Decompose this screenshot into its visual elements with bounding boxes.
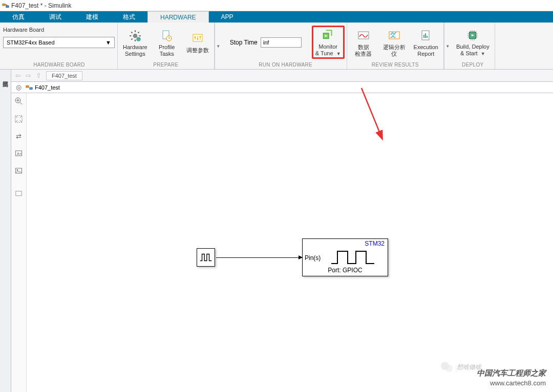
- watermark: 中国汽车工程师之家 www.cartech8.com: [477, 368, 546, 387]
- signal-wire[interactable]: [216, 257, 302, 258]
- svg-point-9: [199, 36, 201, 38]
- group-label-prepare: PREPARE: [120, 61, 212, 69]
- build-deploy-start-button[interactable]: Build, Deploy & Start ▼: [453, 26, 493, 58]
- group-label-run: RUN ON HARDWARE: [227, 61, 345, 69]
- tab-simulation[interactable]: 仿真: [0, 11, 37, 23]
- ribbon: Hardware Board STM32F4xx Based ▼ HARDWAR…: [0, 23, 553, 70]
- svg-rect-18: [26, 85, 29, 88]
- svg-rect-14: [423, 35, 424, 38]
- svg-text:A≡: A≡: [17, 152, 22, 156]
- execution-report-button[interactable]: Execution Report: [411, 27, 441, 58]
- nav-forward-icon[interactable]: ⇨: [24, 71, 33, 80]
- breadcrumb-model[interactable]: F407_test: [46, 71, 82, 80]
- menu-tabstrip: 仿真 调试 建模 格式 HARDWARE APP: [0, 11, 553, 23]
- block-title: STM32: [365, 240, 385, 247]
- canvas-body: ⇄ A≡: [11, 93, 553, 392]
- group-hardware-board: Hardware Board STM32F4xx Based ▼ HARDWAR…: [0, 23, 118, 69]
- svg-point-2: [133, 33, 138, 38]
- review-dropdown[interactable]: ▾: [444, 23, 451, 69]
- group-label-deploy: DEPLOY: [453, 61, 493, 69]
- svg-point-8: [197, 38, 198, 40]
- hardware-board-label: Hardware Board: [3, 27, 44, 33]
- titlebar: F407_test * - Simulink: [0, 0, 553, 11]
- watermark-url: www.cartech8.com: [477, 379, 546, 387]
- nav-back-icon[interactable]: ⇦: [13, 71, 23, 80]
- workspace: 模型浏览器 ⇦ ⇨ ⇧ F407_test ◎ F407_test: [0, 70, 553, 392]
- simulink-model-icon: [26, 84, 33, 91]
- svg-rect-12: [389, 32, 399, 39]
- pulse-generator-block[interactable]: [197, 248, 215, 267]
- logic-analyzer-button[interactable]: 逻辑分析 仪: [380, 27, 409, 58]
- report-icon: [419, 29, 433, 43]
- tab-hardware[interactable]: HARDWARE: [147, 11, 209, 23]
- group-label-hwboard: HARDWARE BOARD: [3, 61, 115, 69]
- image-icon[interactable]: [14, 166, 24, 176]
- scope-icon: [356, 29, 371, 43]
- block-pins-label: Pin(s): [305, 254, 321, 262]
- model-browser-tab[interactable]: 模型浏览器: [0, 70, 11, 392]
- watermark-zh: 中国汽车工程师之家: [477, 368, 546, 378]
- svg-point-29: [445, 365, 453, 372]
- chevron-down-icon: ▼: [336, 51, 341, 56]
- target-icon[interactable]: ◎: [13, 82, 24, 93]
- svg-line-27: [361, 88, 382, 138]
- group-prepare: Hardware Settings Profile Tasks 调整参数 PRE…: [118, 23, 215, 69]
- stop-time-row: Stop Time: [230, 37, 302, 48]
- window-title: F407_test * - Simulink: [11, 2, 71, 9]
- group-deploy: Build, Deploy & Start ▼ DEPLOY: [451, 23, 495, 69]
- gear-icon: [128, 29, 142, 43]
- zoom-in-icon[interactable]: [14, 96, 24, 106]
- pulse-wave-icon: [199, 250, 213, 265]
- wechat-watermark: 想啥做啥: [440, 361, 481, 373]
- logic-analyzer-icon: [387, 29, 401, 43]
- data-inspector-button[interactable]: 数据 检查器: [349, 27, 378, 58]
- annotation-arrow-icon: [348, 83, 399, 165]
- swap-icon[interactable]: ⇄: [14, 131, 24, 141]
- sliders-icon: [190, 32, 205, 46]
- simulink-app-icon: [2, 2, 9, 9]
- digital-wave-icon: [330, 248, 376, 267]
- annotation-icon[interactable]: A≡: [14, 148, 24, 159]
- group-run-on-hardware: Stop Time Monitor & Tune ▼ RUN ON HARDWA…: [222, 23, 347, 69]
- block-port-label: Port: GPIOC: [303, 267, 388, 274]
- hardware-board-select[interactable]: STM32F4xx Based ▼: [3, 37, 115, 48]
- play-tune-icon: [321, 28, 335, 42]
- group-label-review: REVIEW RESULTS: [349, 61, 441, 69]
- tab-modeling[interactable]: 建模: [74, 11, 111, 23]
- stop-time-label: Stop Time: [230, 39, 258, 46]
- rectangle-icon[interactable]: [14, 188, 24, 199]
- monitor-tune-button[interactable]: Monitor & Tune ▼: [312, 26, 345, 59]
- tab-debug[interactable]: 调试: [37, 11, 74, 23]
- group-review-results: 数据 检查器 逻辑分析 仪 Execution Report REVIEW RE…: [347, 23, 444, 69]
- canvas-toolbar: ⇄ A≡: [11, 93, 27, 392]
- chevron-down-icon: ▼: [105, 39, 111, 46]
- canvas-area: ⇦ ⇨ ⇧ F407_test ◎ F407_test ⇄: [11, 70, 553, 392]
- canvas[interactable]: STM32 Pin(s) Port: GPIOC 想啥做啥: [27, 93, 553, 392]
- svg-rect-1: [6, 6, 9, 8]
- svg-point-3: [136, 37, 141, 41]
- document-clock-icon: [160, 29, 174, 43]
- fit-view-icon[interactable]: [14, 114, 24, 124]
- chip-deploy-icon: [465, 28, 480, 42]
- svg-rect-26: [16, 191, 22, 195]
- nav-up-icon[interactable]: ⇧: [34, 71, 43, 80]
- hardware-board-value: STM32F4xx Based: [7, 39, 55, 46]
- svg-point-7: [194, 37, 196, 38]
- tab-app[interactable]: APP: [209, 11, 246, 23]
- profile-tasks-button[interactable]: Profile Tasks: [153, 27, 181, 58]
- svg-rect-16: [427, 36, 428, 38]
- stop-time-input[interactable]: [261, 37, 302, 48]
- svg-rect-19: [30, 88, 32, 90]
- svg-point-25: [17, 169, 18, 171]
- hardware-settings-button[interactable]: Hardware Settings: [120, 27, 151, 58]
- svg-rect-0: [3, 4, 5, 6]
- tab-format[interactable]: 格式: [111, 11, 147, 23]
- nav-arrows: ⇦ ⇨ ⇧: [13, 71, 43, 80]
- model-tree-root[interactable]: F407_test: [35, 84, 60, 91]
- prepare-dropdown[interactable]: ▾: [215, 23, 222, 69]
- breadcrumb-bar: ⇦ ⇨ ⇧ F407_test: [11, 70, 553, 82]
- stm32-gpio-block[interactable]: STM32 Pin(s) Port: GPIOC: [302, 238, 388, 276]
- chevron-down-icon: ▼: [481, 51, 485, 56]
- model-tree-header: ◎ F407_test: [11, 82, 553, 93]
- tune-parameters-button[interactable]: 调整参数: [183, 30, 212, 55]
